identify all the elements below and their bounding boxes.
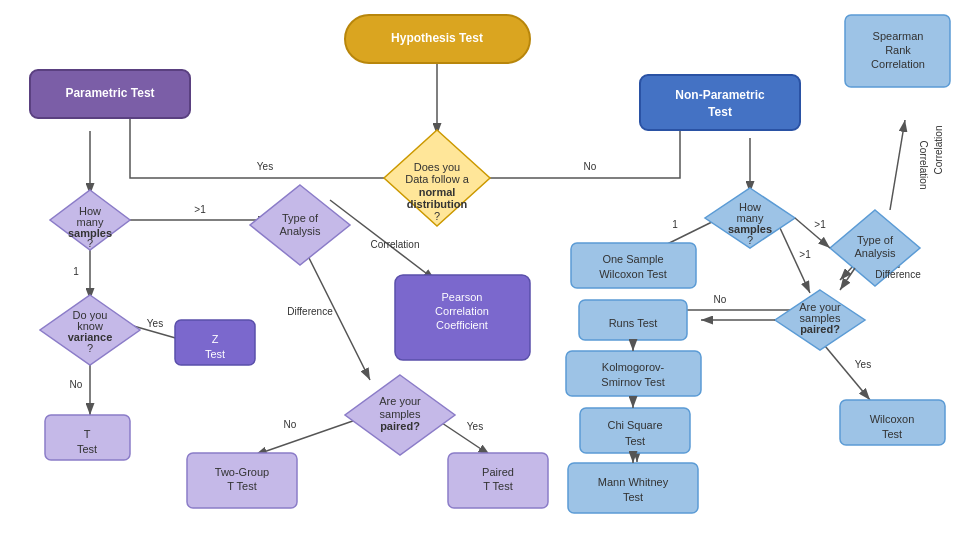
how-many-samples-p-label-4: ? xyxy=(87,237,93,249)
wilcoxon-test-label-1: Wilcoxon xyxy=(870,413,915,425)
label-correlation-np: Correlation xyxy=(918,141,929,190)
type-analysis-p-label-1: Type of xyxy=(282,212,319,224)
mann-whitney-node xyxy=(568,463,698,513)
label-yes-np-paired: Yes xyxy=(855,359,871,370)
label-yes-1: Yes xyxy=(257,161,273,172)
normal-dist-label-3: normal xyxy=(419,186,456,198)
chi-square-label-1: Chi Square xyxy=(607,419,662,431)
spearman-label-2: Rank xyxy=(885,44,911,56)
label-no-np-paired: No xyxy=(714,294,727,305)
label-yes-paired-p: Yes xyxy=(467,421,483,432)
z-test-label-1: Z xyxy=(212,333,219,345)
edge-np-samples-gt1-to-paired xyxy=(780,228,810,293)
label-gt1: >1 xyxy=(194,204,206,215)
type-analysis-p-label-2: Analysis xyxy=(280,225,321,237)
normal-dist-label-4: distribution xyxy=(407,198,468,210)
z-test-label-2: Test xyxy=(205,348,225,360)
two-group-t-test-label-2: T Test xyxy=(227,480,257,492)
label-correlation-np-vert: Correlation xyxy=(933,126,944,175)
kolmogorov-node xyxy=(566,351,701,396)
label-gt1-np: >1 xyxy=(799,249,811,260)
label-difference-1: Difference xyxy=(287,306,333,317)
variance-label-4: ? xyxy=(87,342,93,354)
pearson-label-3: Coefficient xyxy=(436,319,488,331)
label-gt1-np-2: >1 xyxy=(814,219,826,230)
non-parametric-test-label-2: Test xyxy=(708,105,732,119)
hypothesis-test-label: Hypothesis Test xyxy=(391,31,483,45)
spearman-label-3: Correlation xyxy=(871,58,925,70)
label-no-paired-p: No xyxy=(284,419,297,430)
non-parametric-test-node xyxy=(640,75,800,130)
non-parametric-test-label-1: Non-Parametric xyxy=(675,88,765,102)
one-sample-wilcoxon-label-1: One Sample xyxy=(602,253,663,265)
are-paired-np-label-3: paired? xyxy=(800,323,840,335)
mann-whitney-label-2: Test xyxy=(623,491,643,503)
label-difference-np-vert: Difference xyxy=(875,269,921,280)
parametric-test-label: Parametric Test xyxy=(65,86,154,100)
normal-dist-label-5: ? xyxy=(434,210,440,222)
paired-t-test-label-2: T Test xyxy=(483,480,513,492)
runs-test-label: Runs Test xyxy=(609,317,658,329)
spearman-label-1: Spearman xyxy=(873,30,924,42)
kolmogorov-label-2: Smirnov Test xyxy=(601,376,664,388)
how-many-samples-np-label-4: ? xyxy=(747,234,753,246)
label-no-1: No xyxy=(584,161,597,172)
label-correlation-1: Correlation xyxy=(371,239,420,250)
pearson-label-2: Correlation xyxy=(435,305,489,317)
chi-square-label-2: Test xyxy=(625,435,645,447)
label-1: 1 xyxy=(73,266,79,277)
pearson-label-1: Pearson xyxy=(442,291,483,303)
paired-t-test-label-1: Paired xyxy=(482,466,514,478)
normal-dist-label-2: Data follow a xyxy=(405,173,469,185)
label-no-variance: No xyxy=(70,379,83,390)
one-sample-wilcoxon-node xyxy=(571,243,696,288)
one-sample-wilcoxon-label-2: Wilcoxon Test xyxy=(599,268,667,280)
pearson-node xyxy=(395,275,530,360)
normal-dist-label-1: Does you xyxy=(414,161,460,173)
are-paired-p-label-3: paired? xyxy=(380,420,420,432)
are-paired-p-label-2: samples xyxy=(380,408,421,420)
edge-np-typeanalysis-to-spearman xyxy=(890,120,905,210)
wilcoxon-test-label-2: Test xyxy=(882,428,902,440)
edge-np-paired-to-wilcoxon-yes xyxy=(820,340,870,400)
t-test-label-2: Test xyxy=(77,443,97,455)
two-group-t-test-label-1: Two-Group xyxy=(215,466,269,478)
are-paired-p-label-1: Are your xyxy=(379,395,421,407)
mann-whitney-label-1: Mann Whitney xyxy=(598,476,669,488)
kolmogorov-label-1: Kolmogorov- xyxy=(602,361,665,373)
type-analysis-np-label-2: Analysis xyxy=(855,247,896,259)
t-test-label-1: T xyxy=(84,428,91,440)
label-1-np: 1 xyxy=(672,219,678,230)
type-analysis-np-label-1: Type of xyxy=(857,234,894,246)
label-yes-variance: Yes xyxy=(147,318,163,329)
